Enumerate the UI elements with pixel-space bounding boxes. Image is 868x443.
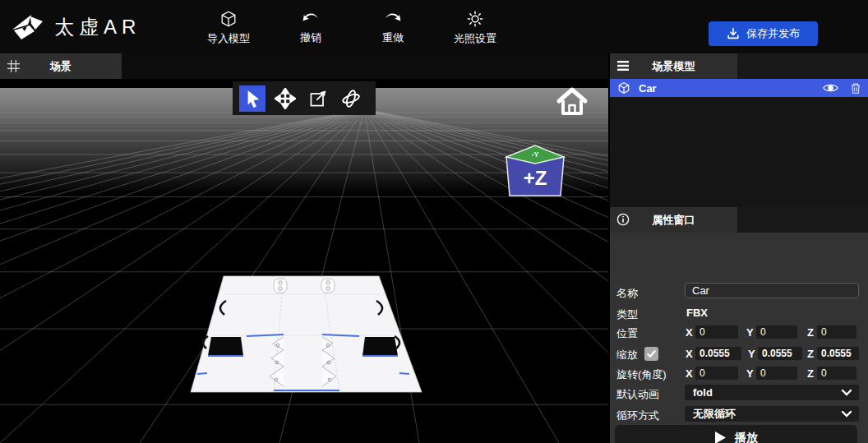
- scale-tool-button[interactable]: [305, 85, 331, 112]
- tab-properties[interactable]: 属性窗口: [610, 207, 737, 233]
- logo-text: 太虚AR: [54, 14, 141, 40]
- import-model-label: 导入模型: [207, 31, 250, 46]
- cube-icon: [219, 10, 238, 28]
- scale-icon: [308, 89, 328, 108]
- rotation-x-input[interactable]: [695, 367, 738, 380]
- default-animation-label: 默认动画: [616, 387, 659, 402]
- gizmo-top-label: -Y: [532, 150, 539, 159]
- undo-label: 撤销: [300, 30, 321, 45]
- move-icon: [275, 88, 296, 109]
- visibility-eye-icon[interactable]: [823, 82, 838, 94]
- grid-icon: [7, 59, 21, 73]
- props-tab-row: 属性窗口: [610, 207, 868, 233]
- scale-z-axis-label: Z: [807, 348, 814, 360]
- rotation-z-axis-label: Z: [807, 367, 814, 380]
- model-list-item-car[interactable]: Car: [610, 79, 868, 97]
- rotation-z-input[interactable]: [817, 367, 856, 380]
- tab-scene-models[interactable]: 场景模型: [610, 53, 737, 79]
- car-model-unfolded[interactable]: [0, 79, 608, 443]
- loop-mode-select[interactable]: 无限循环: [685, 406, 859, 422]
- position-y-axis-label: Y: [746, 326, 754, 339]
- hamburger-icon: [616, 59, 630, 72]
- viewport-tool-bar: [233, 81, 376, 115]
- models-tab-row: 场景模型: [610, 53, 868, 79]
- properties-form: 名称 类型 FBX 位置 X Y Z 缩放 X Y Z 旋转(角度) X Y Z: [610, 233, 868, 443]
- rotation-label: 旋转(角度): [616, 367, 667, 382]
- position-z-axis-label: Z: [807, 326, 814, 339]
- position-x-axis-label: X: [686, 326, 693, 339]
- right-panel: 场景模型 Car: [610, 53, 868, 443]
- undo-icon: [301, 11, 321, 27]
- rotation-y-axis-label: Y: [746, 367, 754, 380]
- redo-label: 重做: [382, 30, 404, 45]
- save-publish-button[interactable]: 保存并发布: [709, 21, 818, 46]
- 3d-viewport[interactable]: -Y +Z: [0, 79, 608, 443]
- model-list: Car: [610, 79, 868, 207]
- default-animation-value: fold: [693, 386, 713, 399]
- cursor-icon: [242, 89, 262, 108]
- orientation-gizmo-cube[interactable]: -Y +Z: [501, 136, 569, 201]
- play-icon: [714, 431, 727, 443]
- play-label: 播放: [735, 431, 758, 443]
- rotation-x-axis-label: X: [686, 367, 693, 380]
- sun-icon: [466, 10, 484, 28]
- chevron-down-icon: [841, 410, 852, 418]
- scale-y-axis-label: Y: [748, 348, 755, 360]
- gizmo-front-label: +Z: [524, 167, 547, 189]
- scale-label: 缩放: [616, 348, 638, 362]
- type-value: FBX: [686, 307, 708, 319]
- redo-button[interactable]: 重做: [361, 8, 425, 48]
- import-model-button[interactable]: 导入模型: [196, 8, 261, 48]
- scale-z-input[interactable]: [817, 347, 859, 360]
- default-animation-select[interactable]: fold: [685, 385, 859, 400]
- scene-tab-row: 场景: [0, 53, 608, 79]
- move-tool-button[interactable]: [272, 85, 298, 112]
- info-icon: [616, 213, 630, 226]
- rotation-y-input[interactable]: [756, 367, 797, 380]
- scale-x-axis-label: X: [686, 348, 693, 360]
- tab-scene-label: 场景: [50, 59, 72, 74]
- logo-bird-icon: [10, 12, 44, 43]
- play-button[interactable]: 播放: [615, 425, 857, 443]
- save-publish-label: 保存并发布: [746, 26, 800, 41]
- tab-properties-label: 属性窗口: [653, 213, 695, 228]
- undo-button[interactable]: 撤销: [279, 8, 343, 48]
- app-logo: 太虚AR: [10, 8, 174, 45]
- position-x-input[interactable]: [695, 325, 738, 339]
- loop-mode-label: 循环方式: [616, 408, 659, 423]
- tab-scene-models-label: 场景模型: [653, 59, 695, 74]
- scale-x-input[interactable]: [695, 347, 741, 360]
- lighting-settings-label: 光照设置: [454, 31, 496, 46]
- name-input[interactable]: [685, 283, 859, 298]
- position-y-input[interactable]: [756, 325, 797, 339]
- scale-uniform-checkbox[interactable]: [644, 347, 658, 361]
- cube-icon: [617, 81, 630, 95]
- tab-scene[interactable]: 场景: [0, 53, 122, 79]
- rotate-icon: [340, 88, 362, 109]
- position-z-input[interactable]: [817, 325, 856, 339]
- chevron-down-icon: [841, 389, 852, 396]
- delete-trash-icon[interactable]: [850, 82, 861, 95]
- home-view-button[interactable]: [552, 84, 592, 118]
- top-bar: 太虚AR 导入模型 撤销 重做: [0, 0, 868, 53]
- rotate-tool-button[interactable]: [338, 85, 364, 112]
- scale-y-input[interactable]: [758, 347, 802, 360]
- lighting-settings-button[interactable]: 光照设置: [443, 8, 507, 48]
- model-item-name: Car: [639, 82, 657, 95]
- loop-mode-value: 无限循环: [693, 407, 736, 422]
- name-label: 名称: [616, 286, 638, 301]
- download-icon: [727, 27, 740, 40]
- select-tool-button[interactable]: [239, 85, 265, 112]
- type-label: 类型: [616, 307, 638, 322]
- home-icon: [555, 85, 589, 117]
- position-label: 位置: [616, 326, 638, 341]
- redo-icon: [383, 11, 403, 27]
